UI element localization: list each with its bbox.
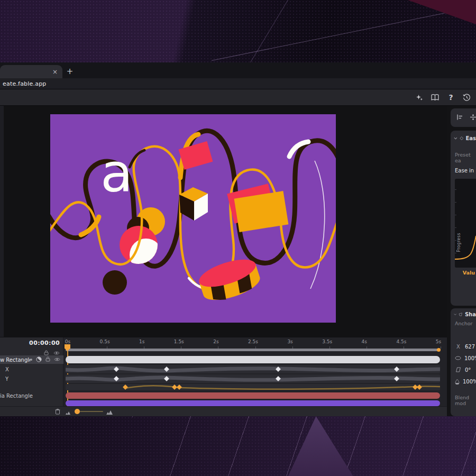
track-layer-bar-red[interactable] [66,392,440,399]
url-text[interactable]: eate.fable.app [0,80,47,87]
layer-row-rectangle[interactable]: w Rectangle [0,355,63,364]
ruler-time-label: 0.5s [100,339,110,344]
opacity-icon [455,379,460,385]
zoom-in-mountain-icon[interactable] [106,407,114,417]
shape-section-title: Sha [465,312,476,317]
x-axis-label: X [455,344,462,350]
scale-value: 100% [464,355,476,361]
browser-window: × + eate.fable.app ? [0,62,476,416]
preset-ease-value[interactable]: Ease in [451,168,474,173]
work-area-end-handle[interactable] [437,348,441,352]
property-name[interactable]: Y [5,376,8,382]
app-toolbar: ? [0,89,476,106]
animation-canvas[interactable]: a [50,114,336,323]
book-icon[interactable] [431,93,440,102]
layer-name[interactable]: ia Rectangle [0,393,33,399]
black-circle [103,270,127,295]
ruler-time-label: 2s [213,339,218,344]
backdrop-top-polygon [0,0,476,62]
editor-viewport: a [0,106,447,337]
timeline-bottom-toolbar [0,406,447,416]
align-tools [451,108,476,127]
preset-ease-label: Preset ea [451,152,476,163]
help-icon[interactable]: ? [446,93,455,102]
ruler-time-label: 3.5s [322,339,332,344]
ruler-time-label: 5s [436,339,441,344]
ruler-time-label: 1s [139,339,144,344]
anchor-label: Anchor [451,321,472,326]
property-row-x[interactable]: X [0,365,63,373]
eye-icon[interactable] [54,357,60,363]
blend-mode-label: Blend mod [451,395,476,406]
ruler-time-label: 1.5s [174,339,184,344]
ease-curve-graph[interactable]: Progress [455,179,476,268]
tab-close-icon[interactable]: × [52,69,58,75]
history-icon[interactable] [462,93,471,102]
layer-name[interactable]: w Rectangle [0,357,30,363]
ease-curve [455,179,476,268]
graph-x-axis-label[interactable]: Valu [463,270,475,276]
x-value: 627 [465,344,475,350]
new-tab-button[interactable]: + [63,66,76,77]
scale-icon [455,356,461,360]
chevron-down-icon[interactable] [454,137,457,140]
layer-duration-bar[interactable] [66,392,440,399]
ruler-tick [441,346,441,349]
sparkles-icon[interactable] [415,93,424,102]
shape-icon [459,312,462,317]
properties-panel: Eas Preset ea Ease in Progress Valu [451,108,476,416]
track-layer-bar[interactable] [66,355,440,364]
layer-row-rectangle-2[interactable]: ia Rectangle [0,392,63,399]
chevron-down-icon[interactable] [454,313,456,316]
prop-row-x[interactable]: X 627 [451,342,476,351]
zoom-out-mountain-icon[interactable] [66,407,71,417]
timecode-display: 00:00:00 [29,340,60,346]
ease-section: Eas Preset ea Ease in Progress Valu [451,131,476,306]
prop-row-opacity[interactable]: 100% [451,377,476,386]
timeline-zoom-slider-knob[interactable] [75,409,80,414]
ruler-time-label: 4s [362,339,367,344]
modified-dot-icon [30,359,32,361]
shape-section: Sha Anchor X 627 100% 0° [451,308,476,416]
track-property-ease[interactable] [66,384,440,390]
prop-row-scale[interactable]: 100% [451,354,476,362]
fill-half-circle-icon[interactable] [36,356,42,363]
timeline-track-area[interactable]: 0s0.5s1s1.5s2s2.5s3s3.5s4s4.5s5s [63,337,447,407]
ease-section-title: Eas [465,135,476,141]
browser-tab-bar: × + [0,62,476,78]
track-property-y[interactable] [66,374,440,383]
ruler-time-label: 3s [287,339,292,344]
ruler-time-label: 2.5s [248,339,258,344]
property-row-y[interactable]: Y [0,374,63,383]
graph-y-axis-label: Progress [456,233,461,252]
timeline-panel: 00:00:00 w Rectangle [0,337,447,416]
track-property-x[interactable] [66,365,440,373]
browser-url-bar[interactable]: eate.fable.app [0,78,476,89]
skew-icon [455,367,462,372]
letter-a: a [100,142,133,204]
trash-icon[interactable] [55,407,60,417]
timeline-zoom-slider-track[interactable] [80,411,103,412]
left-tool-strip [0,106,4,337]
work-area-bar[interactable] [66,349,440,351]
prop-row-skew[interactable]: 0° [451,365,476,374]
layer-duration-bar[interactable] [66,400,440,406]
align-left-icon[interactable] [456,113,463,123]
keyframe-diamond-icon [460,136,464,141]
browser-tab[interactable]: × [0,65,62,78]
property-name[interactable]: X [5,367,9,372]
layer-duration-bar[interactable] [66,356,440,363]
ruler-time-label: 0s [65,339,70,344]
lock-icon[interactable] [45,356,50,363]
ruler-time-label: 4.5s [396,339,406,344]
timeline-layer-list: 00:00:00 w Rectangle [0,337,63,407]
opacity-value: 100% [463,379,476,385]
skew-value: 0° [465,367,471,373]
decorative-backdrop: × + eate.fable.app ? [0,0,476,476]
distribute-vertical-icon[interactable] [470,113,476,123]
